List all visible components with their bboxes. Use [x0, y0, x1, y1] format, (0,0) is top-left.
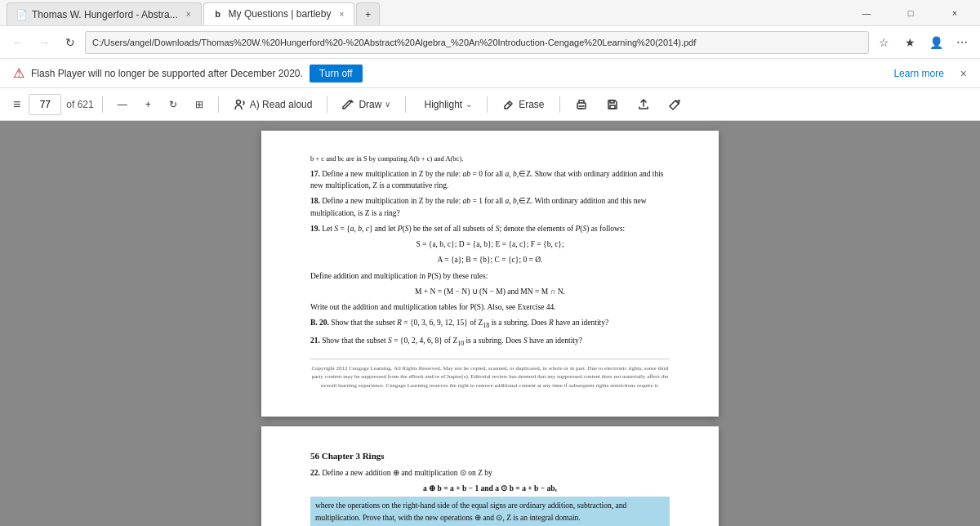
bartleby-tab-icon: b [212, 8, 224, 20]
tab-bartleby-label: My Questions | bartleby [229, 8, 332, 20]
close-button[interactable]: × [936, 0, 973, 26]
tab-pdf[interactable]: 📄 Thomas W. Hungerford - Abstra... × [7, 2, 202, 25]
learn-more-link[interactable]: Learn more [893, 68, 943, 79]
pdf-tab-icon: 📄 [16, 9, 27, 20]
prob17: 17. Define a new multiplication in Z by … [310, 168, 670, 192]
toolbar-separator-2 [218, 96, 219, 113]
draw-icon [342, 98, 355, 111]
highlight-button[interactable]: Highlight ⌄ [414, 96, 479, 114]
back-button[interactable]: ← [7, 31, 29, 54]
toolbar-separator-6 [559, 96, 560, 113]
toolbar-separator-4 [405, 96, 406, 113]
turn-off-button[interactable]: Turn off [310, 65, 363, 82]
svg-point-0 [236, 100, 240, 104]
prob20: B. 20. Show that the subset R = {0, 3, 6… [310, 317, 670, 331]
print-button[interactable] [568, 95, 595, 114]
print-icon [575, 98, 588, 111]
set-ops-note: Write out the addition and multiplicatio… [310, 301, 670, 313]
tab-pdf-close[interactable]: × [186, 10, 191, 19]
address-input[interactable] [85, 31, 869, 54]
prob22-highlighted: where the operations on the right-hand s… [310, 497, 670, 526]
favorites-star-icon[interactable]: ☆ [872, 31, 895, 54]
reading-mode-icon [668, 98, 681, 111]
highlight-chevron-icon[interactable]: ⌄ [466, 100, 472, 109]
share-icon [637, 98, 650, 111]
chapter-header: 56 Chapter 3 Rings [310, 449, 670, 463]
address-bar: ← → ↻ ☆ ★ 👤 ⋯ [0, 26, 980, 59]
more-options-icon[interactable]: ⋯ [951, 31, 973, 54]
tab-pdf-label: Thomas W. Hungerford - Abstra... [32, 9, 178, 20]
set-ops-formula: M + N = (M − N) ∪ (N − M) and MN = M ∩ N… [310, 286, 670, 297]
page1-intro-text: b + c and bc are in S by computing A(b +… [310, 154, 670, 164]
rotate-button[interactable]: ↻ [163, 96, 184, 114]
prob19: 19. Let S = {a, b, c} and let P(S) be th… [310, 223, 670, 234]
flash-dismiss-button[interactable]: × [960, 67, 967, 80]
erase-button[interactable]: Erase [496, 95, 550, 114]
maximize-button[interactable]: □ [892, 0, 929, 26]
new-tab-button[interactable]: + [356, 2, 380, 25]
svg-rect-2 [610, 105, 615, 109]
svg-rect-3 [610, 100, 614, 103]
toolbar-separator-3 [327, 96, 327, 113]
new-tab-icon: + [365, 9, 371, 20]
refresh-button[interactable]: ↻ [59, 31, 82, 54]
zoom-in-button[interactable]: + [139, 96, 158, 114]
window-controls: — □ × [848, 0, 973, 26]
zoom-out-button[interactable]: — [111, 96, 134, 114]
title-bar: 📄 Thomas W. Hungerford - Abstra... × b M… [0, 0, 980, 26]
draw-chevron-icon[interactable]: ∨ [385, 100, 390, 109]
flash-notification-bar: ⚠ Flash Player will no longer be support… [0, 59, 980, 88]
erase-icon [502, 98, 515, 111]
draw-button[interactable]: Draw ∨ [336, 95, 397, 114]
collections-icon[interactable]: ★ [898, 31, 921, 54]
read-aloud-button[interactable]: A) Read aloud [227, 95, 319, 114]
tab-bar: 📄 Thomas W. Hungerford - Abstra... × b M… [7, 0, 380, 25]
page-total-label: of 621 [66, 99, 93, 110]
minimize-button[interactable]: — [848, 0, 885, 26]
prob21: 21. Show that the subset S = {0, 2, 4, 6… [310, 335, 670, 349]
tab-bartleby-close[interactable]: × [339, 10, 344, 19]
page-number-input[interactable] [29, 94, 61, 115]
tab-bartleby[interactable]: b My Questions | bartleby × [203, 2, 355, 25]
save-button[interactable] [599, 95, 626, 114]
set-display-2: A = {a}; B = {b}; C = {c}; 0 = Ø. [310, 254, 670, 265]
flash-message-area: ⚠ Flash Player will no longer be support… [13, 65, 363, 82]
set-display-1: S = {a, b, c}; D = {a, b}; E = {a, c}; F… [310, 238, 670, 250]
reading-mode-button[interactable] [662, 95, 688, 114]
read-aloud-label: A) Read aloud [250, 99, 313, 110]
flash-warning-icon: ⚠ [13, 65, 24, 81]
share-button[interactable] [630, 95, 657, 114]
read-aloud-icon [234, 98, 247, 111]
fit-page-button[interactable]: ⊞ [189, 96, 210, 114]
set-ops-intro: Define addition and multiplication in P(… [310, 270, 670, 282]
prob18: 18. Define a new multiplication in Z by … [310, 195, 670, 219]
erase-label: Erase [519, 99, 544, 110]
copyright-text: Copyright 2012 Cengage Learning. All Rig… [310, 359, 670, 390]
prob22-intro: 22. Define a new addition ⊕ and multipli… [310, 467, 670, 479]
pdf-page-2: 56 Chapter 3 Rings 22. Define a new addi… [261, 426, 719, 526]
draw-label: Draw [359, 99, 381, 110]
toolbar-separator-1 [102, 96, 103, 113]
toolbar-separator-5 [487, 96, 488, 113]
pdf-page-1: b + c and bc are in S by computing A(b +… [261, 131, 719, 417]
flash-message-text: Flash Player will no longer be supported… [31, 68, 303, 79]
menu-icon[interactable]: ≡ [10, 94, 24, 115]
profile-icon[interactable]: 👤 [924, 31, 947, 54]
highlight-label: Highlight [424, 99, 462, 110]
save-icon [606, 98, 619, 111]
pdf-toolbar: ≡ of 621 — + ↻ ⊞ A) Read aloud Draw ∨ Hi… [0, 88, 980, 121]
prob22-eq1: a ⊕ b = a + b − 1 and a ⊙ b = a + b − ab… [310, 483, 670, 494]
pdf-content-area[interactable]: b + c and bc are in S by computing A(b +… [0, 121, 980, 526]
forward-button[interactable]: → [33, 31, 56, 54]
